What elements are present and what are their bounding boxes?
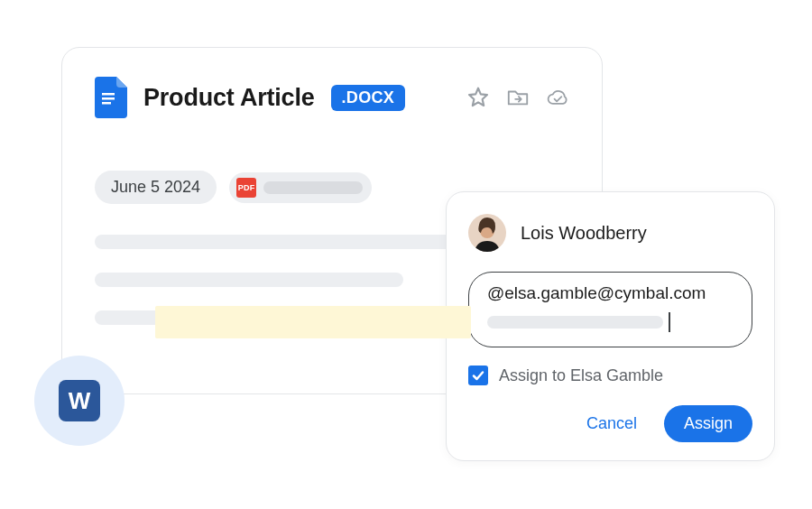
pdf-icon: PDF [236, 178, 256, 198]
comment-input-line2 [487, 312, 734, 332]
pdf-chip-placeholder [263, 181, 363, 194]
popup-header: Lois Woodberry [468, 214, 752, 252]
docs-file-icon [95, 77, 127, 118]
author-avatar [468, 214, 506, 252]
comment-highlight [155, 306, 471, 338]
doc-header-actions [466, 86, 569, 109]
pdf-chip[interactable]: PDF [229, 172, 372, 203]
doc-text-line [95, 273, 403, 287]
author-name: Lois Woodberry [521, 223, 647, 244]
svg-rect-1 [102, 97, 115, 100]
cloud-sync-icon[interactable] [546, 86, 569, 109]
move-to-folder-icon[interactable] [506, 86, 530, 109]
assign-button[interactable]: Assign [664, 405, 752, 442]
svg-rect-2 [102, 102, 111, 105]
word-app-circle: W [34, 356, 125, 446]
cancel-button[interactable]: Cancel [567, 405, 657, 442]
doc-title: Product Article [143, 84, 315, 112]
mention-text: @elsa.gamble@cymbal.com [487, 283, 734, 303]
popup-actions: Cancel Assign [468, 405, 752, 442]
assign-checkbox-label: Assign to Elsa Gamble [499, 366, 663, 385]
assign-popup: Lois Woodberry @elsa.gamble@cymbal.com A… [446, 191, 775, 461]
comment-input[interactable]: @elsa.gamble@cymbal.com [468, 272, 752, 347]
assign-checkbox-row[interactable]: Assign to Elsa Gamble [468, 366, 752, 385]
assign-checkbox[interactable] [468, 366, 488, 385]
comment-placeholder-line [487, 316, 663, 329]
file-extension-badge: .DOCX [331, 85, 406, 111]
date-chip[interactable]: June 5 2024 [95, 171, 217, 204]
star-icon[interactable] [466, 86, 490, 109]
doc-header: Product Article .DOCX [95, 77, 569, 118]
text-cursor [669, 312, 670, 332]
word-app-icon: W [59, 380, 100, 421]
svg-rect-0 [102, 93, 115, 96]
